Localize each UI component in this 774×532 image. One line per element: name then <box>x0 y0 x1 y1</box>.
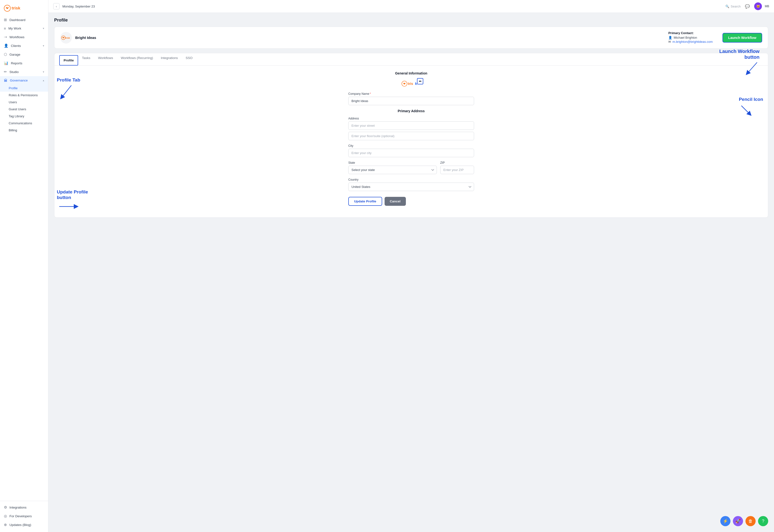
message-button[interactable]: 💬 <box>744 2 751 10</box>
sidebar-item-integrations[interactable]: ⚙ Integrations <box>0 503 48 512</box>
dashboard-icon: ⊞ <box>4 18 7 22</box>
sidebar-item-label: Dashboard <box>9 18 25 22</box>
sidebar-item-updates[interactable]: ⊕ Updates (Blog) <box>0 520 48 529</box>
reports-icon: 📊 <box>4 61 8 65</box>
fab-help-button[interactable]: ? <box>758 516 768 526</box>
tab-integrations[interactable]: Integrations <box>157 53 182 66</box>
zip-group: ZIP <box>440 161 474 174</box>
fab-container: ⚡ 🚀 🗑 ? <box>720 516 768 526</box>
fab-lightning-button[interactable]: ⚡ <box>720 516 730 526</box>
sidebar-item-clients[interactable]: 👤 Clients ▾ <box>0 41 48 50</box>
city-group: City <box>348 144 474 157</box>
message-icon: 💬 <box>745 4 750 9</box>
app-logo: trisk <box>0 3 48 15</box>
sidebar-item-label: Governance <box>10 79 28 82</box>
state-zip-row: State Select your state Alabama Californ… <box>348 161 474 178</box>
fab-trash-button[interactable]: 🗑 <box>745 516 756 526</box>
user-initials: MB <box>765 5 769 8</box>
country-group: Country United States Canada United King… <box>348 178 474 191</box>
tab-profile[interactable]: Profile <box>59 55 78 66</box>
sidebar-item-reports[interactable]: 📊 Reports <box>0 59 48 67</box>
general-info-title: General Information <box>348 71 474 75</box>
logo-preview: tris k ✏ <box>348 80 474 87</box>
sidebar-sub-billing[interactable]: Billing <box>0 127 48 134</box>
city-input[interactable] <box>348 149 474 157</box>
city-label: City <box>348 144 474 148</box>
street-input[interactable] <box>348 121 474 130</box>
user-avatar[interactable]: 🐱 <box>754 2 762 10</box>
chevron-up-icon: ▴ <box>43 79 44 82</box>
sidebar-item-label: Garage <box>9 53 20 56</box>
search-bar[interactable]: 🔍 Search <box>725 5 741 8</box>
sidebar-item-my-work[interactable]: ≡ My Work ▾ <box>0 24 48 33</box>
contact-email-row: ✉ m.brighton@brightideas.com <box>668 40 713 44</box>
address-section-title: Primary Address <box>348 109 474 113</box>
company-contact: Primary Contact: 👤 Michael Brighton ✉ m.… <box>668 31 713 44</box>
sub-item-label: Roles & Permissions <box>9 93 38 97</box>
profile-card: Profile Tasks Workflows Workflows (Recur… <box>54 53 768 218</box>
pencil-button[interactable]: ✏ <box>417 78 423 84</box>
sidebar-item-workflows[interactable]: ⇢ Workflows <box>0 33 48 41</box>
tabs-bar: Profile Tasks Workflows Workflows (Recur… <box>54 53 768 66</box>
person-icon: 👤 <box>668 36 672 39</box>
sidebar-sub-guest-users[interactable]: Guest Users <box>0 106 48 113</box>
logo-preview-image: tris k ✏ <box>402 80 421 87</box>
sidebar-item-label: For Developers <box>9 514 32 518</box>
sidebar-item-label: Clients <box>11 44 21 48</box>
svg-point-3 <box>63 37 64 38</box>
search-icon: 🔍 <box>725 5 729 8</box>
sidebar-item-governance[interactable]: 🏛 Governance ▴ <box>0 76 48 85</box>
state-select[interactable]: Select your state Alabama California New… <box>348 166 437 174</box>
back-button[interactable]: ‹ <box>53 3 60 9</box>
sidebar-sub-tag-library[interactable]: Tag Library <box>0 113 48 120</box>
svg-text:tris: tris <box>408 82 413 86</box>
svg-point-1 <box>7 7 8 9</box>
sub-item-label: Tag Library <box>9 114 24 118</box>
workflows-icon: ⇢ <box>4 35 7 39</box>
sidebar-sub-profile[interactable]: Profile <box>0 85 48 92</box>
suite-input[interactable] <box>348 132 474 140</box>
annotation-arrow <box>739 103 753 118</box>
sidebar-item-garage[interactable]: ⬡ Garage <box>0 50 48 59</box>
lightning-icon: ⚡ <box>723 518 728 524</box>
sidebar-item-label: Updates (Blog) <box>9 523 31 527</box>
annotation-arrow <box>57 83 76 102</box>
tab-tasks[interactable]: Tasks <box>78 53 94 66</box>
fab-rocket-button[interactable]: 🚀 <box>733 516 743 526</box>
sidebar-item-label: My Work <box>8 27 21 30</box>
governance-icon: 🏛 <box>4 78 7 82</box>
email-icon: ✉ <box>668 40 671 44</box>
page-title: Profile <box>54 18 768 23</box>
main-content: ‹ Monday, September 23 🔍 Search 💬 🐱 MB P… <box>48 0 774 532</box>
annotation-profile-tab: Profile Tab <box>57 77 80 102</box>
search-label: Search <box>731 5 741 8</box>
chevron-down-icon: ▾ <box>43 70 44 74</box>
tab-sso[interactable]: SSO <box>182 53 196 66</box>
sidebar-item-for-developers[interactable]: ◎ For Developers <box>0 512 48 520</box>
sidebar-item-dashboard[interactable]: ⊞ Dashboard <box>0 15 48 24</box>
tab-workflows[interactable]: Workflows <box>94 53 117 66</box>
chevron-down-icon: ▾ <box>43 27 44 30</box>
launch-workflow-button[interactable]: Launch Workflow <box>722 33 762 43</box>
company-name-input[interactable] <box>348 97 474 105</box>
contact-name: Michael Brighton <box>674 36 697 39</box>
sidebar-item-studio[interactable]: ✏ Studio ▾ <box>0 67 48 76</box>
sidebar-sub-communications[interactable]: Communications <box>0 120 48 127</box>
cancel-button[interactable]: Cancel <box>385 197 406 206</box>
sidebar-sub-users[interactable]: Users <box>0 99 48 106</box>
update-profile-button[interactable]: Update Profile <box>348 197 382 206</box>
updates-icon: ⊕ <box>4 523 7 527</box>
tab-workflows-recurring[interactable]: Workflows (Recurring) <box>117 53 157 66</box>
logo-text: trisk <box>12 6 20 11</box>
company-logo: trisk <box>60 32 72 44</box>
integrations-icon: ⚙ <box>4 505 7 510</box>
sidebar-sub-roles[interactable]: Roles & Permissions <box>0 92 48 99</box>
annotation-arrow <box>57 200 81 213</box>
annotation-update-profile: Update Profilebutton <box>57 189 88 213</box>
sidebar-item-label: Integrations <box>9 506 27 509</box>
trash-icon: 🗑 <box>748 519 753 524</box>
annotation-pencil: Pencil Icon <box>739 97 763 118</box>
garage-icon: ⬡ <box>4 52 7 57</box>
zip-input[interactable] <box>440 166 474 174</box>
country-select[interactable]: United States Canada United Kingdom <box>348 183 474 191</box>
